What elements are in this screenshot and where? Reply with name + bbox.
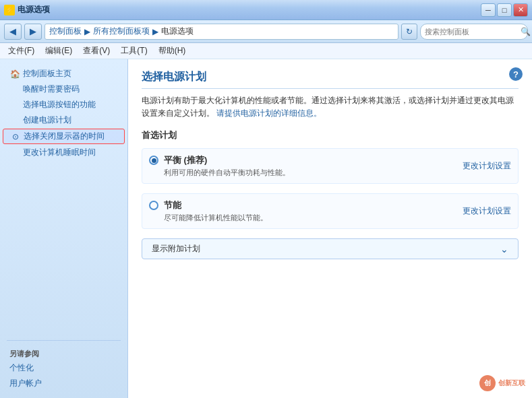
sidebar-item-home[interactable]: 🏠 控制面板主页 [0, 66, 127, 81]
search-bar: 🔍 [420, 24, 528, 40]
main-layout: 🏠 控制面板主页 唤醒时需要密码 选择电源按钮的功能 创建电源计划 ⊙ 选择关闭… [0, 59, 532, 398]
sidebar-item-personalize-label: 个性化 [9, 362, 34, 374]
sidebar-item-sleep-time-label: 更改计算机睡眠时间 [23, 147, 96, 158]
sidebar: 🏠 控制面板主页 唤醒时需要密码 选择电源按钮的功能 创建电源计划 ⊙ 选择关闭… [0, 59, 128, 398]
sidebar-item-user-accounts[interactable]: 用户帐户 [0, 376, 127, 391]
section-label: 首选计划 [142, 129, 519, 141]
refresh-button[interactable]: ↻ [401, 24, 417, 40]
content-description: 电源计划有助于最大化计算机的性能或者节能。通过选择计划来将其激活，或选择计划并通… [142, 94, 519, 120]
breadcrumb-part1[interactable]: 控制面板 [49, 26, 82, 37]
home-icon: 🏠 [9, 69, 20, 79]
sidebar-item-power-buttons-label: 选择电源按钮的功能 [23, 99, 96, 110]
close-button[interactable]: ✕ [513, 3, 528, 17]
menu-edit[interactable]: 编辑(E) [42, 44, 75, 58]
sleep-time-icon [9, 147, 20, 158]
watermark-text: 创新互联 [498, 378, 525, 388]
breadcrumb-part2[interactable]: 所有控制面板项 [93, 26, 150, 37]
title-bar-left: ⚡ 电源选项 [4, 4, 50, 15]
maximize-button[interactable]: □ [497, 3, 512, 17]
watermark-logo: 创 [479, 375, 496, 391]
menu-file[interactable]: 文件(F) [5, 44, 37, 58]
breadcrumb-sep1: ▶ [84, 27, 90, 36]
sidebar-section-title: 另请参阅 [0, 346, 127, 360]
display-time-icon: ⊙ [10, 131, 21, 142]
power-buttons-icon [9, 100, 20, 110]
menu-help[interactable]: 帮助(H) [156, 44, 189, 58]
show-more-button[interactable]: 显示附加计划 ⌄ [142, 238, 519, 259]
search-icon[interactable]: 🔍 [521, 27, 531, 36]
help-button[interactable]: ? [509, 67, 523, 81]
sidebar-item-create-plan-label: 创建电源计划 [23, 114, 71, 126]
search-input[interactable] [425, 28, 518, 36]
plan-action-balanced[interactable]: 更改计划设置 [463, 160, 511, 172]
address-bar: ◀ ▶ 控制面板 ▶ 所有控制面板项 ▶ 电源选项 ↻ 🔍 [0, 20, 532, 43]
plan-info-saver: 节能 尽可能降低计算机性能以节能。 [164, 199, 456, 223]
description-link[interactable]: 请提供电源计划的详细信息。 [216, 108, 322, 118]
watermark: 创 创新互联 [479, 375, 525, 391]
plan-item-balanced: 平衡 (推荐) 利用可用的硬件自动平衡功耗与性能。 更改计划设置 [142, 148, 519, 184]
plan-desc-saver: 尽可能降低计算机性能以节能。 [164, 213, 456, 223]
forward-button[interactable]: ▶ [24, 24, 42, 40]
title-bar: ⚡ 电源选项 ─ □ ✕ [0, 0, 532, 20]
sidebar-item-personalize[interactable]: 个性化 [0, 360, 127, 376]
plan-info-balanced: 平衡 (推荐) 利用可用的硬件自动平衡功耗与性能。 [164, 154, 456, 178]
breadcrumb: 控制面板 ▶ 所有控制面板项 ▶ 电源选项 [45, 24, 398, 40]
minimize-button[interactable]: ─ [481, 3, 496, 17]
menu-bar: 文件(F) 编辑(E) 查看(V) 工具(T) 帮助(H) [0, 43, 532, 59]
sidebar-item-home-label: 控制面板主页 [23, 68, 71, 79]
window-title: 电源选项 [18, 4, 50, 15]
show-more-label: 显示附加计划 [152, 243, 200, 255]
sidebar-item-sleep-time[interactable]: 更改计算机睡眠时间 [0, 145, 127, 160]
sidebar-item-display-time-label: 选择关闭显示器的时间 [24, 131, 105, 142]
radio-saver[interactable] [149, 201, 158, 210]
breadcrumb-sep2: ▶ [152, 27, 158, 36]
show-more-arrow-icon: ⌄ [500, 244, 508, 255]
sidebar-item-user-accounts-label: 用户帐户 [9, 378, 42, 389]
sidebar-main-section: 🏠 控制面板主页 唤醒时需要密码 选择电源按钮的功能 创建电源计划 ⊙ 选择关闭… [0, 66, 127, 160]
breadcrumb-current: 电源选项 [161, 26, 194, 37]
sidebar-item-display-time[interactable]: ⊙ 选择关闭显示器的时间 [3, 129, 125, 144]
plan-action-saver[interactable]: 更改计划设置 [463, 205, 511, 217]
wake-icon [9, 84, 20, 95]
plan-item-saver: 节能 尽可能降低计算机性能以节能。 更改计划设置 [142, 193, 519, 229]
create-plan-icon [9, 115, 20, 126]
window-icon: ⚡ [4, 5, 15, 15]
plan-desc-balanced: 利用可用的硬件自动平衡功耗与性能。 [164, 168, 456, 178]
menu-tools[interactable]: 工具(T) [118, 44, 150, 58]
sidebar-item-wake-label: 唤醒时需要密码 [23, 84, 80, 95]
sidebar-divider [7, 340, 121, 341]
sidebar-item-create-plan[interactable]: 创建电源计划 [0, 112, 127, 128]
title-bar-controls: ─ □ ✕ [481, 3, 528, 17]
sidebar-item-power-buttons[interactable]: 选择电源按钮的功能 [0, 97, 127, 112]
content-area: ? 选择电源计划 电源计划有助于最大化计算机的性能或者节能。通过选择计划来将其激… [128, 59, 532, 398]
sidebar-item-wake-password[interactable]: 唤醒时需要密码 [0, 81, 127, 97]
menu-view[interactable]: 查看(V) [80, 44, 113, 58]
radio-balanced[interactable] [149, 156, 158, 165]
page-title: 选择电源计划 [142, 70, 519, 89]
back-button[interactable]: ◀ [4, 24, 22, 40]
plan-name-balanced: 平衡 (推荐) [164, 154, 456, 166]
plan-name-saver: 节能 [164, 199, 456, 211]
sidebar-spacer [0, 164, 127, 335]
description-text: 电源计划有助于最大化计算机的性能或者节能。通过选择计划来将其激活，或选择计划并通… [142, 96, 514, 118]
